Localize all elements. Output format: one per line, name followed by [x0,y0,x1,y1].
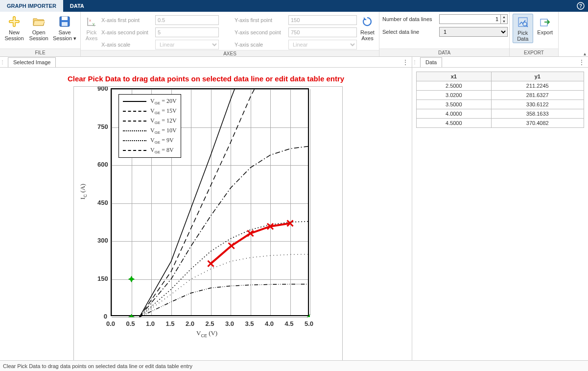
tab-data[interactable]: DATA [63,0,91,12]
chart-container[interactable]: 0150300450600750900 VGE = 20VVGE = 15VVG… [73,86,343,360]
svg-marker-10 [129,314,135,317]
svg-marker-13 [307,314,310,317]
x-first-point-input [155,15,219,25]
select-line-select[interactable]: 1 [439,27,508,37]
tab-graph-importer[interactable]: GRAPH IMPORTER [0,0,63,12]
app-tabs: GRAPH IMPORTER DATA ? [0,0,588,12]
x-axis-label: VCE (V) [196,329,217,338]
num-lines-label: Number of data lines [382,16,436,22]
help-icon[interactable]: ? [573,0,588,12]
tab-selected-image[interactable]: Selected Image [8,57,56,67]
reset-icon [362,15,373,28]
x-tick: 2.5 [205,320,214,327]
table-header: x1 [417,72,492,81]
table-cell[interactable]: 3.0200 [417,91,492,100]
y-tick: 450 [97,198,107,206]
panel-gutter-icon: ⋮ [412,59,417,65]
x-tick: 4.0 [265,320,274,327]
x-tick: 3.0 [225,320,234,327]
ribbon-group-export: PickData Export EXPORT [510,12,559,56]
table-cell[interactable]: 370.4082 [491,119,584,128]
svg-point-8 [523,22,527,26]
x-second-point-input [155,27,219,37]
num-lines-input[interactable] [439,14,501,24]
ribbon-group-file: NewSession OpenSession SaveSession ▾ FIL… [0,12,81,56]
pick-data-button[interactable]: PickData [513,14,533,43]
y-tick: 750 [97,123,107,130]
chart-legend: VGE = 20VVGE = 15VVGE = 12VVGE = 10VVGE … [118,94,181,158]
ribbon-group-axes-label: AXES [81,50,379,56]
dropdown-caret-icon: ▾ [73,35,76,41]
x-tick: 2.0 [186,320,194,327]
new-session-button[interactable]: NewSession [3,14,25,42]
open-session-button[interactable]: OpenSession [27,14,50,42]
open-session-label: OpenSession [29,29,48,41]
axes-pick-icon: xy [86,15,97,28]
ribbon-group-data-label: DATA [379,49,509,56]
ribbon-group-axes: xy PickAxes X-axis first point Y-axis fi… [81,12,379,56]
svg-text:x: x [89,18,91,23]
ribbon: NewSession OpenSession SaveSession ▾ FIL… [0,12,588,57]
y-scale-label: Y-axis scale [235,42,285,48]
ribbon-group-export-label: EXPORT [510,49,558,56]
spin-up-icon[interactable]: ▲ [501,15,507,19]
pick-axes-button: xy PickAxes [84,14,99,42]
x-tick: 0.5 [126,320,135,327]
table-cell[interactable]: 2.5000 [417,81,492,91]
x-second-point-label: X-axis second point [101,29,152,35]
svg-text:?: ? [579,3,582,9]
table-cell[interactable]: 4.0000 [417,109,492,119]
svg-rect-3 [62,17,68,20]
spin-down-icon[interactable]: ▼ [501,19,507,24]
export-button[interactable]: Export [535,14,555,36]
y-axis-label: IC (A) [79,184,88,199]
y-first-point-input [288,15,357,25]
ribbon-group-data: Number of data lines ▲▼ Select data line… [379,12,510,56]
workspace: Clear Pick Data to drag data points on s… [0,68,588,360]
table-cell[interactable]: 281.6327 [491,91,584,100]
y-tick: 600 [97,161,107,168]
tab-data-panel[interactable]: Data [420,57,442,67]
data-table[interactable]: x1y1 2.5000211.22453.0200281.63273.50003… [416,72,584,128]
table-row[interactable]: 3.5000330.6122 [417,100,584,109]
x-tick: 1.0 [146,320,155,327]
pick-axes-label: PickAxes [86,29,97,41]
table-row[interactable]: 3.0200281.6327 [417,91,584,100]
panel-options-icon[interactable]: ⋮ [578,58,585,66]
x-tick: 0.0 [106,320,115,327]
plus-icon [8,15,20,28]
table-row[interactable]: 4.5000370.4082 [417,119,584,128]
table-cell[interactable]: 4.5000 [417,119,492,128]
data-pane: x1y1 2.5000211.22453.0200281.63273.50003… [412,68,588,360]
chart-plot-area[interactable]: VGE = 20VVGE = 15VVGE = 12VVGE = 10VVGE … [111,88,309,316]
table-cell[interactable]: 3.5000 [417,100,492,109]
table-cell[interactable]: 211.2245 [491,81,584,91]
table-row[interactable]: 4.0000358.1633 [417,109,584,119]
table-cell[interactable]: 358.1633 [491,109,584,119]
panel-options-icon[interactable]: ⋮ [402,58,409,66]
reset-axes-button[interactable]: ResetAxes [359,14,376,42]
x-tick: 5.0 [305,320,313,327]
y-scale-select: Linear [288,40,357,49]
num-lines-spinner[interactable]: ▲▼ [439,14,508,24]
x-scale-label: X-axis scale [101,42,152,48]
panel-gutter-icon: ⋮ [0,59,5,65]
y-tick: 900 [97,86,107,92]
x-scale-select: Linear [155,40,219,49]
folder-open-icon [33,15,45,28]
table-cell[interactable]: 330.6122 [491,100,584,109]
hint-text: Clear Pick Data to drag data points on s… [0,74,412,83]
collapse-ribbon-icon[interactable]: ▴ [584,51,586,56]
pick-data-label: PickData [517,30,528,42]
x-tick: 3.5 [245,320,254,327]
table-row[interactable]: 2.5000211.2245 [417,81,584,91]
x-tick: 1.5 [165,320,174,327]
x-first-point-label: X-axis first point [101,17,152,23]
ribbon-group-file-label: FILE [0,49,80,56]
save-session-button[interactable]: SaveSession ▾ [52,14,77,42]
save-session-label: SaveSession [53,29,72,41]
svg-text:y: y [93,22,94,26]
svg-marker-11 [129,276,135,282]
table-header: y1 [491,72,584,81]
y-tick: 150 [97,274,107,282]
